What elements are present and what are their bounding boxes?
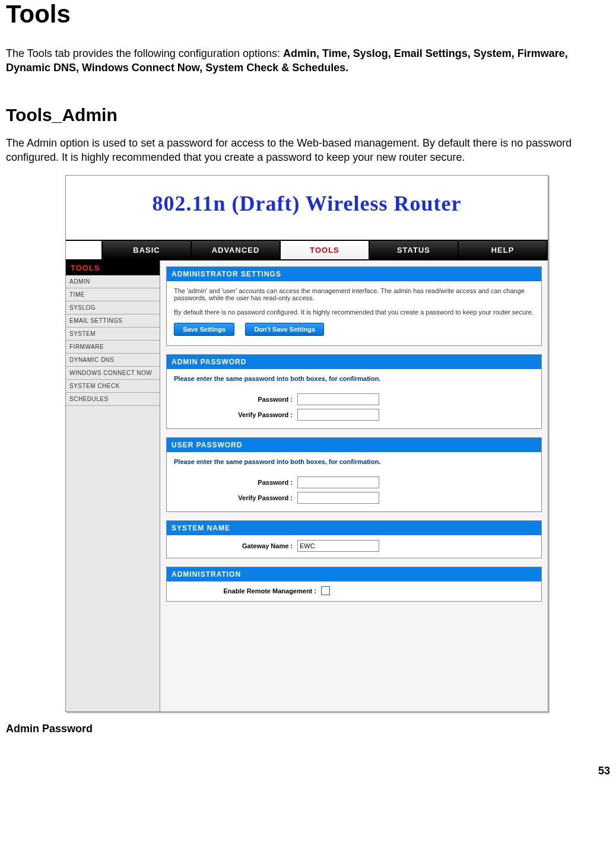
tab-spacer [66,241,103,259]
sidebar-item-schedules[interactable]: SCHEDULES [66,393,160,406]
sidebar-item-time[interactable]: TIME [66,288,160,301]
panel-system-name: SYSTEM NAME Gateway Name : [166,520,542,558]
sidebar-item-ddns[interactable]: DYNAMIC DNS [66,354,160,367]
main-content: ADMINISTRATOR SETTINGS The 'admin' and '… [160,260,548,711]
user-verify-label: Verify Password : [174,494,297,501]
panel-admin-password: ADMIN PASSWORD Please enter the same pas… [166,354,542,429]
tab-tools[interactable]: TOOLS [281,241,370,259]
admin-settings-p1: The 'admin' and 'user' accounts can acce… [174,287,534,301]
user-verify-field[interactable] [297,492,379,504]
sidebar-title: TOOLS [66,260,160,275]
router-ui: 802.11n (Draft) Wireless Router BASIC AD… [65,175,548,712]
router-banner: 802.11n (Draft) Wireless Router [66,176,548,240]
save-button[interactable]: Save Settings [174,323,234,336]
user-password-field[interactable] [297,476,379,488]
section-title: Tools_Admin [6,105,610,125]
remote-mgmt-label: Enable Remote Management : [174,587,321,595]
footer-label: Admin Password [6,723,610,735]
intro-text: The Tools tab provides the following con… [6,47,283,59]
panel-head-user-password: USER PASSWORD [167,438,541,452]
dont-save-button[interactable]: Don't Save Settings [245,323,324,336]
sidebar: TOOLS ADMIN TIME SYSLOG EMAIL SETTINGS S… [66,260,160,711]
intro-paragraph: The Tools tab provides the following con… [6,46,610,75]
sidebar-item-email[interactable]: EMAIL SETTINGS [66,314,160,328]
admin-password-label: Password : [174,396,297,403]
remote-mgmt-checkbox[interactable] [321,586,330,595]
page-number: 53 [0,747,616,781]
tab-help[interactable]: HELP [459,241,548,259]
admin-verify-label: Verify Password : [174,411,297,418]
gateway-name-field[interactable] [297,540,379,552]
panel-head-administration: ADMINISTRATION [167,567,541,581]
sidebar-item-syslog[interactable]: SYSLOG [66,301,160,314]
panel-head-admin-password: ADMIN PASSWORD [167,355,541,369]
sidebar-item-system[interactable]: SYSTEM [66,328,160,341]
admin-settings-p2: By default there is no password configur… [174,309,534,316]
panel-head-admin-settings: ADMINISTRATOR SETTINGS [167,267,541,281]
panel-head-system-name: SYSTEM NAME [167,521,541,535]
tab-status[interactable]: STATUS [370,241,459,259]
sidebar-item-admin[interactable]: ADMIN [66,275,160,288]
sidebar-item-firmware[interactable]: FIRMWARE [66,341,160,354]
section-intro: The Admin option is used to set a passwo… [6,136,610,165]
panel-administration: ADMINISTRATION Enable Remote Management … [166,567,542,602]
page-title: Tools [6,0,610,28]
tab-advanced[interactable]: ADVANCED [192,241,281,259]
sidebar-item-wcn[interactable]: WINDOWS CONNECT NOW [66,367,160,380]
user-password-label: Password : [174,479,297,486]
gateway-name-label: Gateway Name : [174,542,297,549]
user-password-hint: Please enter the same password into both… [167,452,541,466]
admin-password-hint: Please enter the same password into both… [167,369,541,383]
admin-verify-field[interactable] [297,409,379,421]
tab-bar: BASIC ADVANCED TOOLS STATUS HELP [66,240,548,260]
tab-basic[interactable]: BASIC [103,241,192,259]
panel-user-password: USER PASSWORD Please enter the same pass… [166,437,542,512]
panel-admin-settings: ADMINISTRATOR SETTINGS The 'admin' and '… [166,266,542,346]
admin-password-field[interactable] [297,393,379,405]
sidebar-item-syscheck[interactable]: SYSTEM CHECK [66,380,160,393]
